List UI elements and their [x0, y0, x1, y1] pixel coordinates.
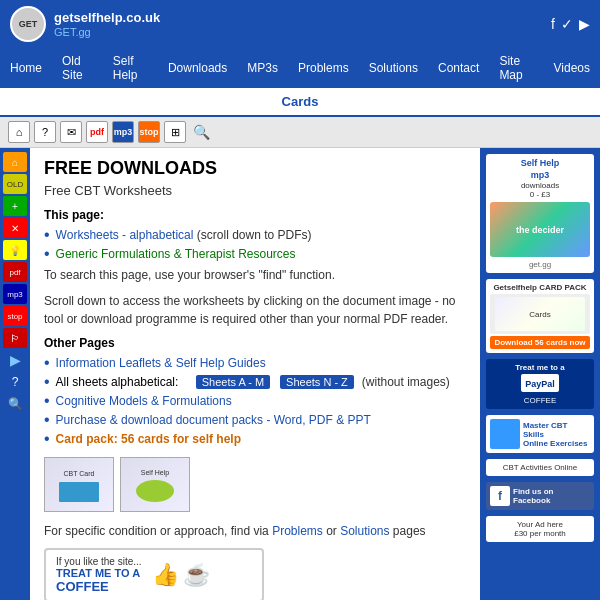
toolbar: ⌂ ? ✉ pdf mp3 stop ⊞ 🔍	[0, 117, 600, 148]
mp3-label: mp3	[490, 170, 590, 182]
nav-contact[interactable]: Contact	[428, 55, 489, 81]
nav-problems[interactable]: Problems	[288, 55, 359, 81]
download-cards-btn[interactable]: Download 56 cards now	[490, 336, 589, 349]
sidebar-stop-icon[interactable]: stop	[3, 306, 27, 326]
scroll-text: Scroll down to access the worksheets by …	[44, 292, 466, 328]
nav-self-help[interactable]: Self Help	[103, 48, 158, 88]
fb-find-label: Find us on	[513, 487, 553, 496]
fb-text-block: Find us on Facebook	[513, 487, 553, 505]
email-tool-btn[interactable]: ✉	[60, 121, 82, 143]
purchase-link[interactable]: Purchase & download document packs - Wor…	[56, 413, 371, 427]
formulations-link[interactable]: Generic Formulations & Therapist Resourc…	[56, 247, 296, 261]
nav-site-map[interactable]: Site Map	[489, 48, 543, 88]
bullet-dot-3: •	[44, 355, 50, 371]
page-title: FREE DOWNLOADS	[44, 158, 466, 179]
coffee-side-label: COFFEE	[490, 396, 590, 405]
card-image-row: CBT Card Self Help	[44, 457, 466, 512]
sheets-suffix: (without images)	[362, 375, 450, 389]
right-sidebar: Self Help mp3 downloads 0 - £3 the decid…	[480, 148, 600, 600]
bullet-all-sheets: • All sheets alphabetical: Sheets A - M …	[44, 375, 466, 390]
coffee-cup-icon: ☕	[183, 562, 210, 588]
grid-tool-btn[interactable]: ⊞	[164, 121, 186, 143]
paypal-logo: PayPal	[521, 374, 559, 392]
bullet-formulations: • Generic Formulations & Therapist Resou…	[44, 247, 466, 262]
treat-text: TREAT ME TO A	[56, 567, 142, 579]
youtube-icon[interactable]: ▶	[579, 16, 590, 32]
nav-bar: Home Old Site Self Help Downloads MP3s P…	[0, 48, 600, 88]
problems-link[interactable]: Problems	[272, 524, 323, 538]
sidebar-question-icon[interactable]: ?	[3, 372, 27, 392]
sidebar-search-icon[interactable]: 🔍	[3, 394, 27, 414]
sheets-a-m-link[interactable]: Sheets A - M	[196, 375, 270, 389]
nav-solutions[interactable]: Solutions	[359, 55, 428, 81]
card-pack-label: Getselfhelp CARD PACK	[490, 283, 590, 292]
sidebar-x-icon[interactable]: ✕	[3, 218, 27, 238]
worksheets-link[interactable]: Worksheets - alphabetical (scroll down t…	[56, 228, 312, 242]
nav-home[interactable]: Home	[0, 55, 52, 81]
bullet-card-pack: • Card pack: 56 cards for self help	[44, 432, 466, 447]
facebook-icon[interactable]: f	[551, 16, 555, 32]
card-pack-image: Cards	[490, 294, 590, 334]
card-thumb-1-inner: CBT Card	[45, 458, 113, 511]
cbt-text-block: Master CBT Skills Online Exercises	[523, 421, 590, 448]
cbt-subtitle: Online Exercises	[523, 439, 590, 448]
cbt2-label: CBT Activities Online	[490, 463, 590, 472]
find-text: To search this page, use your browser's …	[44, 266, 466, 284]
card-thumb-1[interactable]: CBT Card	[44, 457, 114, 512]
coffee-banner-left: If you like the site... TREAT ME TO A CO…	[56, 556, 142, 594]
search-tool-btn[interactable]: 🔍	[190, 121, 212, 143]
header: GET getselfhelp.co.uk GET.gg f ✓ ▶	[0, 0, 600, 48]
nav-old-site[interactable]: Old Site	[52, 48, 103, 88]
nav-mp3s[interactable]: MP3s	[237, 55, 288, 81]
facebook-icon: f	[490, 486, 510, 506]
worksheets-alpha-link[interactable]: Worksheets - alphabetical	[56, 228, 194, 242]
help-tool-btn[interactable]: ?	[34, 121, 56, 143]
coffee-banner[interactable]: If you like the site... TREAT ME TO A CO…	[44, 548, 264, 600]
condition-text: For specific condition or approach, find…	[44, 522, 466, 540]
this-page-label: This page:	[44, 208, 466, 222]
selfhelp-title: Self Help	[490, 158, 590, 170]
solutions-link[interactable]: Solutions	[340, 524, 389, 538]
sidebar-triangle-icon[interactable]: ▶	[3, 350, 27, 370]
cbt-box[interactable]: Master CBT Skills Online Exercises	[486, 415, 594, 453]
sidebar-pdf-icon[interactable]: pdf	[3, 262, 27, 282]
bullet-worksheets: • Worksheets - alphabetical (scroll down…	[44, 228, 466, 243]
stop-tool-btn[interactable]: stop	[138, 121, 160, 143]
worksheets-suffix: (scroll down to PDFs)	[197, 228, 312, 242]
cbt-image	[490, 419, 520, 449]
mp3-ad-image: the decider	[490, 202, 590, 257]
pdf-tool-btn[interactable]: pdf	[86, 121, 108, 143]
bullet-dot-6: •	[44, 412, 50, 428]
sub-nav-cards[interactable]: Cards	[272, 92, 329, 111]
sidebar-old-icon[interactable]: OLD	[3, 174, 27, 194]
sidebar-mp3-icon[interactable]: mp3	[3, 284, 27, 304]
bullet-cognitive: • Cognitive Models & Formulations	[44, 394, 466, 409]
social-icons: f ✓ ▶	[551, 16, 590, 32]
leaflets-link[interactable]: Information Leaflets & Self Help Guides	[56, 356, 266, 370]
sidebar-plus-icon[interactable]: +	[3, 196, 27, 216]
card-pack-link[interactable]: Card pack: 56 cards for self help	[56, 432, 241, 446]
sub-nav: Cards	[0, 88, 600, 117]
facebook-box[interactable]: f Find us on Facebook	[486, 482, 594, 510]
nav-videos[interactable]: Videos	[544, 55, 600, 81]
left-sidebar: ⌂ OLD + ✕ 💡 pdf mp3 stop 🏳 ▶ ? 🔍	[0, 148, 30, 600]
sidebar-flag-icon[interactable]: 🏳	[3, 328, 27, 348]
twitter-icon[interactable]: ✓	[561, 16, 573, 32]
bullet-leaflets: • Information Leaflets & Self Help Guide…	[44, 356, 466, 371]
site-title-block: getselfhelp.co.uk GET.gg	[54, 10, 160, 38]
ad-price: £30 per month	[490, 529, 590, 538]
nav-downloads[interactable]: Downloads	[158, 55, 237, 81]
paypal-logo-text: PayPal	[525, 379, 555, 389]
mp3-tool-btn[interactable]: mp3	[112, 121, 134, 143]
bullet-dot-2: •	[44, 246, 50, 262]
bullet-dot-7: •	[44, 431, 50, 447]
card-thumb-2[interactable]: Self Help	[120, 457, 190, 512]
price-range: 0 - £3	[490, 190, 590, 199]
site-subtitle: GET.gg	[54, 26, 160, 38]
home-tool-btn[interactable]: ⌂	[8, 121, 30, 143]
sheets-n-z-link[interactable]: Sheets N - Z	[280, 375, 354, 389]
cognitive-link[interactable]: Cognitive Models & Formulations	[56, 394, 232, 408]
sidebar-home-icon[interactable]: ⌂	[3, 152, 27, 172]
bullet-dot: •	[44, 227, 50, 243]
sidebar-bulb-icon[interactable]: 💡	[3, 240, 27, 260]
